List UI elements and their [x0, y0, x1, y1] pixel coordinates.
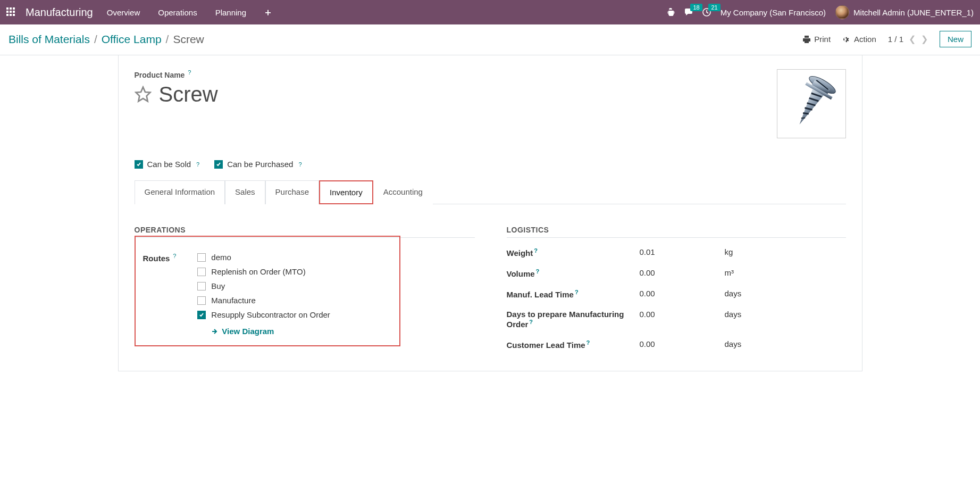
help-icon[interactable]: ?: [536, 268, 540, 275]
help-icon[interactable]: ?: [196, 161, 199, 168]
route-manufacture[interactable]: Manufacture: [197, 296, 330, 305]
help-icon[interactable]: ?: [188, 69, 191, 76]
avatar: [835, 5, 849, 19]
log-value[interactable]: 0.00: [640, 268, 725, 277]
product-title-row: Screw: [135, 82, 777, 106]
control-panel-right: Print Action 1 / 1 ❮ ❯ New: [802, 31, 971, 47]
logistics-row-volume: Volume? 0.00 m³: [507, 268, 846, 278]
print-label: Print: [814, 35, 831, 44]
logistics-row-manuf-lead: Manuf. Lead Time? 0.00 days: [507, 289, 846, 299]
tab-sales[interactable]: Sales: [225, 180, 265, 204]
route-label: Manufacture: [211, 296, 255, 305]
logistics-title: LOGISTICS: [507, 226, 846, 238]
can-be-sold-check[interactable]: Can be Sold ?: [135, 160, 200, 169]
can-be-purchased-label: Can be Purchased: [227, 160, 293, 169]
help-icon[interactable]: ?: [173, 253, 176, 259]
tab-accounting[interactable]: Accounting: [373, 180, 433, 204]
log-unit: days: [725, 339, 742, 348]
messaging-badge: 18: [690, 4, 702, 11]
log-unit: days: [725, 310, 742, 319]
title-block: Product Name ? Screw: [135, 69, 846, 138]
log-unit: kg: [725, 247, 733, 256]
checkbox-icon: [197, 253, 206, 262]
company-selector[interactable]: My Company (San Francisco): [721, 8, 826, 17]
nav-overview[interactable]: Overview: [103, 5, 145, 20]
logistics-row-weight: Weight? 0.01 kg: [507, 247, 846, 258]
help-icon[interactable]: ?: [575, 289, 579, 295]
screw-icon: [785, 74, 838, 133]
activities-badge: 21: [708, 4, 720, 11]
product-image[interactable]: [777, 69, 846, 138]
breadcrumb-bom[interactable]: Bills of Materials: [9, 33, 90, 46]
route-replenish-mto[interactable]: Replenish on Order (MTO): [197, 267, 330, 276]
navbar-left: Manufacturing Overview Operations Planni…: [6, 5, 666, 20]
nav-operations[interactable]: Operations: [154, 5, 201, 20]
new-button[interactable]: New: [940, 31, 971, 47]
log-label: Weight?: [507, 247, 640, 258]
title-left: Product Name ? Screw: [135, 69, 777, 106]
route-buy[interactable]: Buy: [197, 281, 330, 290]
tab-general-information[interactable]: General Information: [135, 180, 225, 204]
logistics-column: LOGISTICS Weight? 0.01 kg Volume? 0.00 m…: [507, 226, 846, 350]
help-icon[interactable]: ?: [587, 339, 590, 346]
log-label: Manuf. Lead Time?: [507, 289, 640, 299]
nav-planning[interactable]: Planning: [211, 5, 250, 20]
nav-plus-icon[interactable]: ＋: [260, 6, 276, 19]
favorite-star-icon[interactable]: [135, 86, 152, 103]
breadcrumb-sep: /: [166, 33, 169, 46]
checkbox-icon: [197, 296, 206, 305]
checkbox-icon: [197, 282, 206, 290]
activities-icon[interactable]: 21: [702, 8, 711, 16]
print-button[interactable]: Print: [802, 35, 831, 44]
logistics-row-customer-lead: Customer Lead Time? 0.00 days: [507, 339, 846, 350]
apps-icon[interactable]: [6, 7, 16, 17]
pager: 1 / 1 ❮ ❯: [888, 34, 928, 44]
help-icon[interactable]: ?: [534, 247, 538, 254]
log-value[interactable]: 0.00: [640, 289, 725, 298]
routes-highlight: Routes ? demo Replenish on Order (MTO): [135, 236, 400, 346]
routes-label: Routes: [143, 254, 170, 263]
routes-list: demo Replenish on Order (MTO) Buy: [197, 253, 330, 336]
top-navbar: Manufacturing Overview Operations Planni…: [0, 0, 980, 24]
routes-block: Routes ? demo Replenish on Order (MTO): [143, 253, 392, 336]
svg-marker-1: [136, 87, 150, 102]
operations-column: OPERATIONS Routes ? demo: [135, 226, 475, 350]
log-value[interactable]: 0.00: [640, 310, 725, 319]
logistics-row-days-prepare: Days to prepare Manufacturing Order? 0.0…: [507, 310, 846, 329]
product-name[interactable]: Screw: [159, 82, 218, 106]
breadcrumb-sep: /: [94, 33, 97, 46]
tab-purchase[interactable]: Purchase: [265, 180, 319, 204]
checkbox-icon: [197, 311, 206, 319]
routes-label-wrap: Routes ?: [143, 253, 177, 336]
app-brand[interactable]: Manufacturing: [26, 6, 93, 19]
tabs: General Information Sales Purchase Inven…: [135, 180, 846, 204]
log-value[interactable]: 0.01: [640, 247, 725, 256]
checkbox-icon: [135, 160, 143, 169]
checkbox-icon: [214, 160, 223, 169]
log-unit: days: [725, 289, 742, 298]
help-icon[interactable]: ?: [529, 319, 533, 325]
messaging-icon[interactable]: 18: [684, 8, 693, 16]
check-row: Can be Sold ? Can be Purchased ?: [135, 160, 846, 169]
user-menu[interactable]: Mitchell Admin (JUNE_ENTER_1): [835, 5, 974, 19]
view-diagram-link[interactable]: View Diagram: [211, 327, 330, 336]
action-button[interactable]: Action: [842, 35, 876, 44]
arrow-right-icon: [211, 328, 219, 335]
bug-icon[interactable]: [666, 7, 675, 18]
help-icon[interactable]: ?: [298, 161, 301, 168]
action-label: Action: [854, 35, 876, 44]
route-resupply-subcontractor[interactable]: Resupply Subcontractor on Order: [197, 310, 330, 319]
control-panel: Bills of Materials / Office Lamp / Screw…: [0, 24, 980, 55]
breadcrumb-office-lamp[interactable]: Office Lamp: [102, 33, 162, 46]
logistics-grid: Weight? 0.01 kg Volume? 0.00 m³ Manuf. L…: [507, 247, 846, 350]
log-label: Days to prepare Manufacturing Order?: [507, 310, 640, 329]
pager-next-icon[interactable]: ❯: [921, 34, 928, 44]
pager-text: 1 / 1: [888, 35, 903, 44]
can-be-purchased-check[interactable]: Can be Purchased ?: [214, 160, 301, 169]
log-value[interactable]: 0.00: [640, 339, 725, 348]
breadcrumb: Bills of Materials / Office Lamp / Screw: [9, 33, 204, 46]
navbar-right: 18 21 My Company (San Francisco) Mitchel…: [666, 5, 974, 19]
route-demo[interactable]: demo: [197, 253, 330, 262]
tab-inventory[interactable]: Inventory: [319, 180, 373, 204]
pager-prev-icon[interactable]: ❮: [909, 34, 916, 44]
